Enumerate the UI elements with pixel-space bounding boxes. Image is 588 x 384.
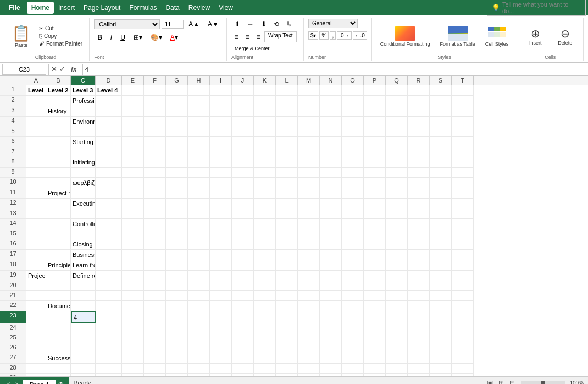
cell-extra[interactable] — [254, 147, 276, 157]
fill-color-button[interactable]: 🎨▾ — [147, 32, 165, 43]
align-middle-button[interactable]: ↔ — [244, 19, 257, 30]
cell-extra[interactable] — [254, 168, 276, 178]
cell-extra[interactable] — [254, 188, 276, 199]
page-layout-tab[interactable]: Page Layout — [79, 2, 125, 14]
cell-b6[interactable] — [46, 137, 71, 147]
cell-extra[interactable] — [408, 127, 430, 137]
cell-extra[interactable] — [276, 281, 298, 291]
cell-extra[interactable] — [144, 188, 166, 199]
cell-extra[interactable] — [452, 157, 474, 168]
row-header[interactable]: 4 — [0, 117, 26, 127]
cell-c10[interactable]: ωυρλβιζ... — [71, 178, 96, 188]
cell-extra[interactable] — [452, 178, 474, 188]
cell-extra[interactable] — [166, 353, 188, 364]
wrap-text-button[interactable]: Wrap Text — [264, 31, 297, 42]
cell-extra[interactable] — [254, 117, 276, 127]
cell-extra[interactable] — [430, 209, 452, 219]
cell-extra[interactable] — [122, 209, 144, 219]
cell-extra[interactable] — [364, 178, 386, 188]
cell-extra[interactable] — [166, 323, 188, 333]
cell-extra[interactable] — [210, 199, 232, 209]
currency-button[interactable]: $▾ — [308, 31, 319, 40]
cell-a19[interactable]: Project Ma... — [26, 271, 46, 281]
cell-extra[interactable] — [320, 209, 342, 219]
cell-extra[interactable] — [298, 291, 320, 301]
cell-extra[interactable] — [386, 96, 408, 106]
cell-extra[interactable] — [320, 117, 342, 127]
insert-button[interactable]: ⊕ Insert — [522, 24, 549, 48]
cell-extra[interactable] — [408, 96, 430, 106]
cell-extra[interactable] — [342, 106, 364, 117]
cell-extra[interactable] — [276, 209, 298, 219]
cell-extra[interactable] — [386, 157, 408, 168]
cell-extra[interactable] — [320, 137, 342, 147]
cell-extra[interactable] — [276, 271, 298, 281]
cell-extra[interactable] — [408, 219, 430, 229]
cell-extra[interactable] — [342, 157, 364, 168]
cell-extra[interactable] — [320, 343, 342, 353]
cell-extra[interactable] — [254, 291, 276, 301]
cell-extra[interactable] — [122, 343, 144, 353]
cell-extra[interactable] — [166, 199, 188, 209]
cell-extra[interactable] — [144, 127, 166, 137]
cell-d10[interactable] — [96, 178, 122, 188]
cell-extra[interactable] — [122, 117, 144, 127]
row-header[interactable]: 24 — [0, 323, 26, 333]
cell-extra[interactable] — [430, 311, 452, 323]
cell-extra[interactable] — [364, 209, 386, 219]
comma-button[interactable]: , — [330, 31, 336, 40]
cell-b28[interactable] — [46, 364, 71, 374]
cell-extra[interactable] — [408, 343, 430, 353]
cell-extra[interactable] — [188, 333, 210, 343]
cell-extra[interactable] — [320, 188, 342, 199]
cell-extra[interactable] — [210, 250, 232, 260]
cell-a23[interactable] — [26, 311, 46, 323]
cell-extra[interactable] — [166, 106, 188, 117]
cell-extra[interactable] — [320, 333, 342, 343]
cell-a28[interactable] — [26, 364, 46, 374]
cell-extra[interactable] — [188, 260, 210, 271]
cell-extra[interactable] — [232, 199, 254, 209]
cell-extra[interactable] — [122, 137, 144, 147]
cell-extra[interactable] — [452, 250, 474, 260]
row-header[interactable]: 28 — [0, 364, 26, 374]
text-direction-button[interactable]: ⟲ — [270, 19, 282, 30]
cell-extra[interactable] — [298, 137, 320, 147]
cell-d25[interactable] — [96, 333, 122, 343]
cell-extra[interactable] — [342, 301, 364, 311]
cell-c3[interactable] — [71, 106, 96, 117]
cell-extra[interactable] — [276, 199, 298, 209]
cell-extra[interactable] — [320, 271, 342, 281]
page-break-view-button[interactable]: ⊟ — [508, 379, 517, 384]
cell-extra[interactable] — [430, 239, 452, 250]
row-header[interactable]: 10 — [0, 178, 26, 188]
cell-a4[interactable] — [26, 117, 46, 127]
cell-extra[interactable] — [430, 301, 452, 311]
cell-extra[interactable] — [452, 374, 474, 376]
cell-extra[interactable] — [188, 323, 210, 333]
cell-extra[interactable] — [386, 188, 408, 199]
cell-a21[interactable] — [26, 291, 46, 301]
cell-extra[interactable] — [232, 188, 254, 199]
align-center-button[interactable]: ≡ — [242, 31, 253, 42]
cell-c18[interactable]: Learn from experience — [71, 260, 96, 271]
col-header-k[interactable]: K — [254, 76, 276, 85]
cell-c14[interactable]: Controlling — [71, 219, 96, 229]
data-tab[interactable]: Data — [161, 2, 184, 14]
cell-extra[interactable] — [364, 157, 386, 168]
cell-extra[interactable] — [342, 333, 364, 343]
cell-a1[interactable]: Level 1 — [26, 85, 46, 96]
cell-b12[interactable] — [46, 199, 71, 209]
cell-extra[interactable] — [430, 219, 452, 229]
cell-extra[interactable] — [320, 311, 342, 323]
cell-b8[interactable] — [46, 157, 71, 168]
cell-d22[interactable] — [96, 301, 122, 311]
cell-extra[interactable] — [188, 353, 210, 364]
cell-extra[interactable] — [188, 301, 210, 311]
cell-extra[interactable] — [342, 229, 364, 239]
cell-extra[interactable] — [320, 281, 342, 291]
cell-extra[interactable] — [408, 250, 430, 260]
delete-button[interactable]: ⊖ Delete — [551, 24, 579, 48]
cell-extra[interactable] — [430, 199, 452, 209]
cell-extra[interactable] — [254, 96, 276, 106]
